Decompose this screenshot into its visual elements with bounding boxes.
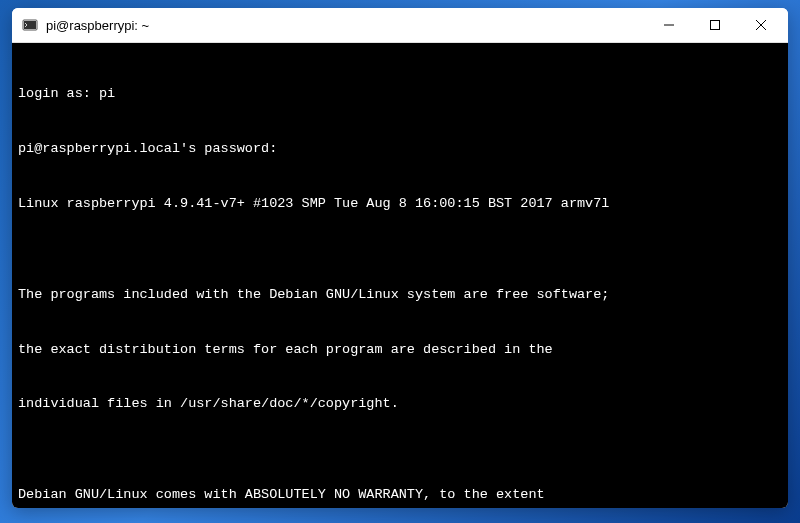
title-bar: pi@raspberrypi: ~ — [12, 8, 788, 43]
terminal-line: The programs included with the Debian GN… — [18, 286, 782, 304]
terminal-line: pi@raspberrypi.local's password: — [18, 140, 782, 158]
terminal-line: login as: pi — [18, 85, 782, 103]
terminal-window: pi@raspberrypi: ~ login as: pi pi@raspbe… — [12, 8, 788, 508]
terminal-line: the exact distribution terms for each pr… — [18, 341, 782, 359]
terminal-output[interactable]: login as: pi pi@raspberrypi.local's pass… — [12, 43, 788, 508]
minimize-button[interactable] — [646, 9, 692, 41]
close-button[interactable] — [738, 9, 784, 41]
svg-rect-1 — [24, 21, 36, 29]
terminal-line: Linux raspberrypi 4.9.41-v7+ #1023 SMP T… — [18, 195, 782, 213]
maximize-button[interactable] — [692, 9, 738, 41]
window-controls — [646, 9, 784, 41]
app-icon — [22, 17, 38, 33]
terminal-line: individual files in /usr/share/doc/*/cop… — [18, 395, 782, 413]
terminal-line: Debian GNU/Linux comes with ABSOLUTELY N… — [18, 486, 782, 504]
svg-rect-3 — [711, 21, 720, 30]
window-title: pi@raspberrypi: ~ — [46, 18, 646, 33]
